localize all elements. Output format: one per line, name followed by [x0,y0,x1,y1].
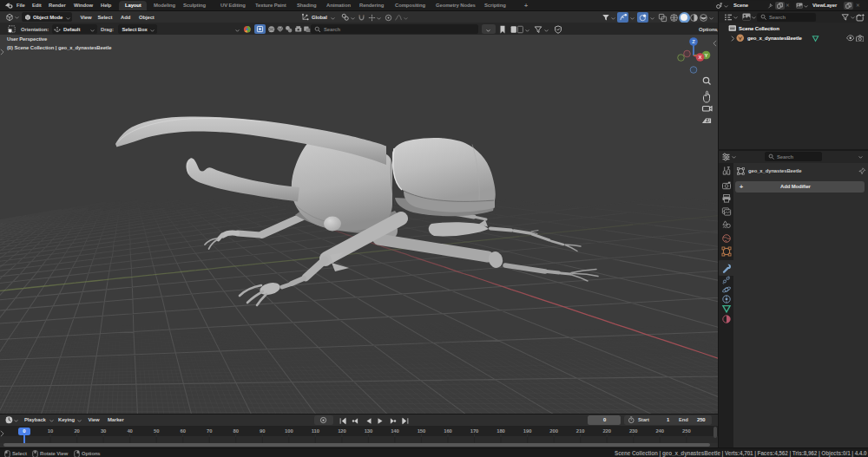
svg-text:Z: Z [692,39,695,44]
svg-text:Y: Y [704,53,707,58]
svg-text:X: X [698,55,701,60]
